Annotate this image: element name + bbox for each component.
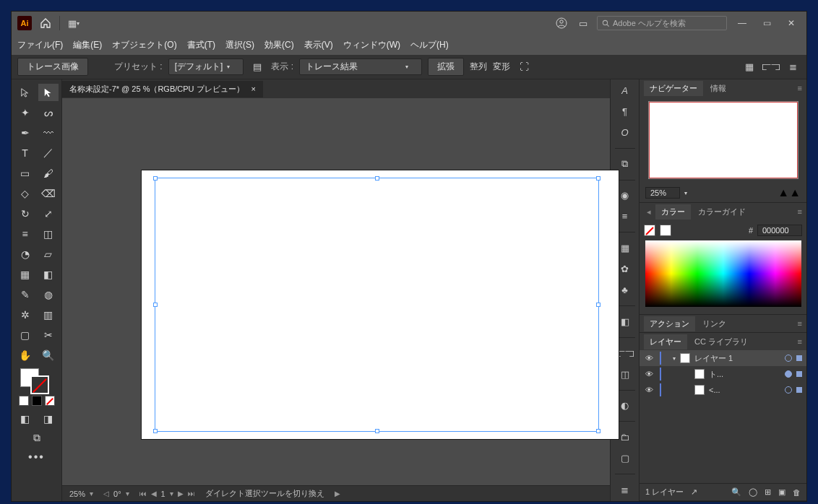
window-close-icon[interactable]: ✕ (782, 17, 801, 30)
pen-tool[interactable]: ✒ (15, 124, 35, 142)
layer-target-icon[interactable] (785, 355, 792, 362)
menu-file[interactable]: ファイル(F) (17, 39, 63, 51)
draw-normal-icon[interactable]: ◧ (15, 410, 35, 427)
gradient-tool[interactable]: ◧ (38, 266, 59, 283)
transform-button[interactable]: 変形 (493, 61, 510, 73)
color-mode-chip[interactable] (19, 396, 29, 406)
handle-bl[interactable] (153, 429, 158, 433)
isolate-icon[interactable]: ⛶ (516, 59, 532, 75)
slice-tool[interactable]: ✂ (38, 326, 59, 344)
layer-select-icon[interactable] (796, 355, 802, 361)
zoom-slider-icon[interactable]: ▲▲ (778, 186, 801, 199)
mini-glyphs-icon[interactable]: O (616, 126, 634, 139)
type-tool[interactable]: T (15, 144, 35, 162)
mini-gradient-icon[interactable]: ◧ (616, 315, 634, 329)
handle-br[interactable] (596, 429, 600, 433)
fill-stroke-control[interactable] (14, 368, 59, 394)
mini-paragraph-icon[interactable]: ¶ (616, 105, 634, 118)
rotate-tool[interactable]: ↻ (15, 205, 35, 222)
visibility-icon[interactable]: 👁 (644, 370, 654, 378)
layer-row[interactable]: 👁ト... (640, 366, 806, 382)
visibility-icon[interactable]: 👁 (644, 354, 654, 362)
mini-properties-icon[interactable]: ≣ (616, 483, 634, 497)
grid-icon[interactable]: ▦ (741, 59, 757, 75)
mesh-tool[interactable]: ▦ (15, 266, 35, 283)
gradient-mode-chip[interactable] (32, 396, 42, 406)
visibility-icon[interactable]: 👁 (644, 386, 654, 394)
document-tab[interactable]: 名称未設定-7* @ 25 %（RGB/CPU プレビュー） × (62, 81, 263, 97)
tab-links[interactable]: リンク (697, 316, 732, 331)
symbol-sprayer-tool[interactable]: ✲ (15, 306, 35, 323)
navigator-zoom-field[interactable]: 25% (645, 187, 680, 199)
window-maximize-icon[interactable]: ▭ (757, 17, 776, 30)
rectangle-tool[interactable]: ▭ (15, 165, 35, 182)
menu-edit[interactable]: 編集(E) (73, 39, 102, 51)
tab-color-guide[interactable]: カラーガイド (692, 204, 752, 220)
close-tab-icon[interactable]: × (251, 84, 256, 93)
trace-image-button[interactable]: トレース画像 (17, 58, 88, 76)
handle-tl[interactable] (153, 176, 158, 181)
color-fill-swatch[interactable] (644, 225, 655, 236)
layer-target-icon[interactable] (785, 370, 792, 378)
tab-cc-libraries[interactable]: CC ライブラリ (689, 334, 754, 349)
mini-symbols-icon[interactable]: ♣ (616, 283, 634, 297)
window-minimize-icon[interactable]: — (733, 17, 752, 30)
layer-select-icon[interactable] (796, 371, 802, 377)
layer-mask-icon[interactable]: ◯ (749, 487, 757, 497)
layer-new-icon[interactable]: ▣ (778, 487, 785, 497)
line-tool[interactable]: ／ (38, 144, 59, 162)
layer-name[interactable]: ト... (709, 369, 780, 380)
mini-transform-icon[interactable]: ⧉ (616, 157, 634, 171)
layer-name[interactable]: <... (709, 386, 780, 394)
scale-tool[interactable]: ⤢ (38, 205, 59, 222)
handle-ml[interactable] (153, 303, 158, 307)
tab-color[interactable]: カラー (655, 204, 691, 220)
eyedropper-tool[interactable]: ✎ (15, 286, 35, 303)
panel-menu-icon[interactable]: ≡ (793, 319, 806, 328)
navigator-view-box[interactable] (649, 102, 798, 178)
menu-view[interactable]: 表示(V) (304, 39, 333, 51)
panel-menu-icon[interactable]: ≡ (793, 207, 806, 216)
mini-align-icon[interactable]: ⫍⫎ (616, 347, 634, 360)
mini-transparency-icon[interactable]: ◐ (616, 399, 634, 412)
eraser-tool[interactable]: ⌫ (38, 185, 59, 202)
mini-artboards-icon[interactable]: ▢ (616, 451, 634, 465)
graph-tool[interactable]: ▥ (38, 306, 59, 323)
menu-window[interactable]: ウィンドウ(W) (343, 39, 400, 51)
layer-select-icon[interactable] (796, 387, 802, 393)
workspace-icon[interactable]: ▭ (575, 15, 591, 31)
mini-swatches-icon[interactable]: ▦ (616, 241, 634, 255)
layer-sublayer-icon[interactable]: ⊞ (765, 487, 771, 497)
menu-select[interactable]: 選択(S) (225, 39, 254, 51)
menu-type[interactable]: 書式(T) (187, 39, 215, 51)
handle-mr[interactable] (596, 303, 600, 307)
align-button[interactable]: 整列 (470, 61, 487, 73)
menu-object[interactable]: オブジェクト(O) (112, 39, 176, 51)
user-icon[interactable] (554, 15, 569, 31)
layer-target-icon[interactable] (785, 386, 792, 394)
mini-char-icon[interactable]: A (616, 84, 634, 97)
hex-field[interactable]: 000000 (757, 225, 802, 236)
tab-layers[interactable]: レイヤー (644, 334, 687, 349)
handle-bm[interactable] (375, 429, 379, 433)
screen-mode-icon[interactable]: ⧉ (27, 429, 47, 446)
mini-pathfinder-icon[interactable]: ◫ (616, 368, 634, 381)
layer-export-icon[interactable]: ↗ (691, 487, 697, 497)
selection-tool[interactable] (15, 84, 35, 101)
layer-row[interactable]: 👁<... (640, 382, 806, 398)
free-transform-tool[interactable]: ◫ (38, 225, 59, 243)
chevron-down-icon[interactable]: ▾ (684, 190, 687, 196)
arrange-docs-icon[interactable]: ▦ ▾ (66, 15, 82, 31)
home-icon[interactable] (38, 15, 53, 31)
layer-row[interactable]: 👁▾レイヤー 1 (640, 350, 806, 366)
perspective-tool[interactable]: ▱ (38, 246, 59, 263)
mini-asset-icon[interactable]: 🗀 (616, 430, 634, 444)
tab-actions[interactable]: アクション (644, 316, 695, 331)
tab-navigator[interactable]: ナビゲーター (644, 81, 703, 96)
status-artboard[interactable]: 1 (161, 490, 165, 498)
panel-menu-icon[interactable]: ≡ (793, 84, 806, 92)
panel-menu-icon[interactable]: ≡ (793, 337, 806, 346)
help-search[interactable]: Adobe ヘルプを検索 (597, 16, 727, 30)
edit-toolbar-icon[interactable]: ••• (14, 451, 59, 464)
expand-icon[interactable]: ▾ (673, 355, 676, 362)
